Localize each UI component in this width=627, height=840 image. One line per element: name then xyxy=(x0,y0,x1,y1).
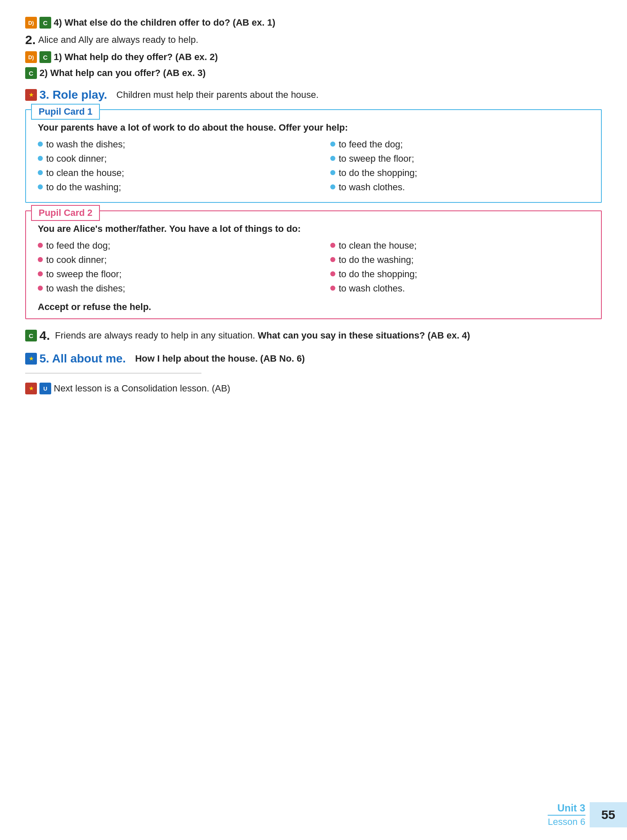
section-2-q1: D) C 1) What help do they offer? (AB ex.… xyxy=(25,51,602,63)
section-2-intro-row: 2. Alice and Ally are always ready to he… xyxy=(25,33,602,47)
card2-title: Pupil Card 2 xyxy=(31,205,100,221)
section-4-text: Friends are always ready to help in any … xyxy=(55,330,470,341)
card1-left-col: to wash the dishes; to cook dinner; to c… xyxy=(38,139,297,196)
section-2: 2. Alice and Ally are always ready to he… xyxy=(25,33,602,79)
bullet-dot xyxy=(38,142,43,147)
card1-right-col: to feed the dog; to sweep the floor; to … xyxy=(330,139,589,196)
section-q4: D) C 4) What else do the children offer … xyxy=(25,17,602,29)
allaboutme-icon: ★ xyxy=(25,353,37,365)
pupil-card-2: Pupil Card 2 You are Alice's mother/fath… xyxy=(25,210,602,319)
section-3-title-row: ★ 3. Role play. Children must help their… xyxy=(25,88,602,102)
bullet-dot xyxy=(330,156,335,161)
bullet-dot xyxy=(38,184,43,189)
list-item: to wash the dishes; xyxy=(38,139,297,150)
card2-right-col: to clean the house; to do the washing; t… xyxy=(330,240,589,297)
class-icon-c3: C xyxy=(25,67,37,79)
section-next-lesson: ★ U Next lesson is a Consolidation lesso… xyxy=(25,383,602,394)
card2-bullet-cols: to feed the dog; to cook dinner; to swee… xyxy=(38,240,589,297)
card1-content: Your parents have a lot of work to do ab… xyxy=(26,122,601,196)
bullet-dot xyxy=(38,271,43,276)
list-item: to feed the dog; xyxy=(330,139,589,150)
bullet-dot xyxy=(330,271,335,276)
bullet-dot xyxy=(330,184,335,189)
footer-unit: Unit 3 xyxy=(548,802,585,816)
list-item: to cook dinner; xyxy=(38,153,297,164)
q2-label: 2) What help can you offer? (AB ex. 3) xyxy=(39,68,206,79)
list-item: to cook dinner; xyxy=(38,255,297,265)
list-item: to wash the dishes; xyxy=(38,283,297,294)
list-item: to do the shopping; xyxy=(330,269,589,280)
bullet-dot xyxy=(38,257,43,262)
section-3: ★ 3. Role play. Children must help their… xyxy=(25,88,602,319)
list-item: to sweep the floor; xyxy=(330,153,589,164)
q4-label: 4) What else do the children offer to do… xyxy=(54,17,275,28)
audio-icon-d2: D) xyxy=(25,51,37,63)
section-4: C 4. Friends are always ready to help in… xyxy=(25,328,602,343)
next-lesson-text: Next lesson is a Consolidation lesson. (… xyxy=(54,383,230,394)
list-item: to sweep the floor; xyxy=(38,269,297,280)
section-2-intro: Alice and Ally are always ready to help. xyxy=(38,34,199,45)
bullet-dot xyxy=(330,286,335,291)
bullet-dot xyxy=(330,243,335,248)
section-5-label: 5. All about me. xyxy=(39,352,126,365)
card2-content: You are Alice's mother/father. You have … xyxy=(26,223,601,312)
list-item: to wash clothes. xyxy=(330,283,589,294)
list-item: to clean the house; xyxy=(330,240,589,251)
card2-accept: Accept or refuse the help. xyxy=(38,302,589,312)
card1-instruction: Your parents have a lot of work to do ab… xyxy=(38,122,589,133)
footer-unit-lesson: Unit 3 Lesson 6 xyxy=(548,802,589,827)
class-icon-c4: C xyxy=(25,330,37,341)
section-5: ★ 5. All about me. How I help about the … xyxy=(25,352,602,373)
section-4-row: C 4. Friends are always ready to help in… xyxy=(25,328,602,343)
section-2-number: 2. xyxy=(25,33,36,47)
list-item: to do the washing; xyxy=(330,255,589,265)
section-4-bold: What can you say in these situations? (A… xyxy=(258,330,470,341)
section-5-row: ★ 5. All about me. How I help about the … xyxy=(25,352,602,365)
list-item: to do the shopping; xyxy=(330,168,589,178)
card1-title: Pupil Card 1 xyxy=(31,104,100,120)
divider xyxy=(25,373,201,373)
card2-instruction: You are Alice's mother/father. You have … xyxy=(38,223,589,234)
section-4-number: 4. xyxy=(39,328,50,343)
class-icon-c1: C xyxy=(39,17,51,29)
bullet-dot xyxy=(38,243,43,248)
bullet-dot xyxy=(38,156,43,161)
bullet-dot xyxy=(330,170,335,175)
bullet-dot xyxy=(38,170,43,175)
roleplay-icon: ★ xyxy=(25,89,37,101)
bullet-dot xyxy=(330,142,335,147)
class-icon-c2: C xyxy=(39,51,51,63)
section-5-text: How I help about the house. (AB No. 6) xyxy=(135,353,305,364)
section-3-label: 3. Role play. xyxy=(39,88,107,102)
pupil-card-1: Pupil Card 1 Your parents have a lot of … xyxy=(25,109,602,203)
star-icon: ★ xyxy=(25,383,37,394)
bullet-dot xyxy=(38,286,43,291)
list-item: to do the washing; xyxy=(38,182,297,193)
bullet-dot xyxy=(330,257,335,262)
q1-label: 1) What help do they offer? (AB ex. 2) xyxy=(54,52,218,63)
section-2-q2: C 2) What help can you offer? (AB ex. 3) xyxy=(25,67,602,79)
card1-bullet-cols: to wash the dishes; to cook dinner; to c… xyxy=(38,139,589,196)
audio-icon-d: D) xyxy=(25,17,37,29)
section-3-desc: Children must help their parents about t… xyxy=(116,89,319,100)
page-footer: Unit 3 Lesson 6 55 xyxy=(548,802,627,827)
footer-lesson: Lesson 6 xyxy=(548,816,585,827)
list-item: to feed the dog; xyxy=(38,240,297,251)
card2-left-col: to feed the dog; to cook dinner; to swee… xyxy=(38,240,297,297)
page-number: 55 xyxy=(590,802,627,827)
book-icon: U xyxy=(39,383,51,394)
list-item: to clean the house; xyxy=(38,168,297,178)
list-item: to wash clothes. xyxy=(330,182,589,193)
